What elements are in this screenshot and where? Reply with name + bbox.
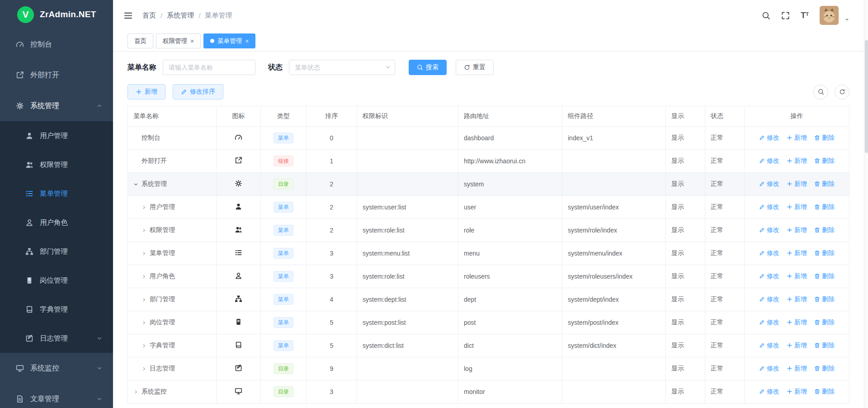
add-link[interactable]: 新增 [787,365,807,373]
chevron-right-icon[interactable] [142,274,150,279]
delete-link[interactable]: 删除 [814,295,835,304]
sidebar-item-gear[interactable]: 系统管理 [0,90,113,121]
chevron-right-icon[interactable] [142,343,150,348]
add-link[interactable]: 新增 [787,180,807,188]
tab-2[interactable]: 菜单管理× [203,33,255,48]
menu-name-input[interactable] [163,60,255,75]
component-cell [562,380,666,403]
delete-link[interactable]: 删除 [814,203,835,211]
add-link[interactable]: 新增 [787,134,807,142]
delete-link[interactable]: 删除 [814,342,835,350]
delete-link[interactable]: 删除 [814,134,835,142]
edit-link[interactable]: 修改 [759,249,779,257]
menu-name-cell: 日志管理 [128,357,217,380]
sidebar-item-article[interactable]: 文章管理 [0,384,113,408]
add-link[interactable]: 新增 [787,203,807,211]
column-header: 显示 [666,106,705,127]
chevron-right-icon[interactable] [142,366,150,371]
edit-link[interactable]: 修改 [759,365,779,373]
delete-link[interactable]: 删除 [814,249,835,257]
add-link[interactable]: 新增 [787,318,807,327]
sidebar-item-role-user[interactable]: 用户角色 [0,208,113,237]
fullscreen-icon[interactable] [781,11,790,20]
add-link[interactable]: 新增 [787,388,807,396]
sidebar-item-log[interactable]: 日志管理 [0,324,113,353]
sidebar-item-users[interactable]: 权限管理 [0,150,113,179]
perm-cell [357,380,458,403]
edit-link[interactable]: 修改 [759,318,779,327]
add-link[interactable]: 新增 [787,226,807,234]
table-search-button[interactable] [813,85,828,100]
tab-1[interactable]: 权限管理× [156,33,201,48]
add-link[interactable]: 新增 [787,342,807,350]
status-select[interactable] [289,60,395,75]
close-icon[interactable]: × [190,38,194,44]
icon-cell [217,357,261,380]
chevron-right-icon[interactable] [133,389,142,394]
reset-button[interactable]: 重置 [456,60,494,75]
sidebar-item-org-tree[interactable]: 部门管理 [0,237,113,266]
search-icon[interactable] [762,11,770,20]
edit-link[interactable]: 修改 [759,180,779,188]
delete-link[interactable]: 删除 [814,226,835,234]
edit-link[interactable]: 修改 [759,295,779,304]
add-button[interactable]: 新增 [127,84,165,100]
table-refresh-button[interactable] [835,85,849,100]
sidebar-item-menu-list[interactable]: 菜单管理 [0,179,113,208]
menu-fold-icon[interactable] [124,11,132,20]
chevron-down-icon[interactable] [133,182,142,187]
plus-icon [787,135,793,141]
add-link[interactable]: 新增 [787,272,807,280]
edit-link[interactable]: 修改 [759,342,779,350]
delete-link[interactable]: 删除 [814,157,835,165]
tab-0[interactable]: 首页 [127,33,153,48]
edit-link[interactable]: 修改 [759,388,779,396]
add-link[interactable]: 新增 [787,295,807,304]
edit-link[interactable]: 修改 [759,203,779,211]
sidebar-item-dashboard[interactable]: 控制台 [0,29,113,60]
sort-edit-button[interactable]: 修改排序 [173,84,223,100]
chevron-right-icon[interactable] [142,228,150,233]
add-link[interactable]: 新增 [787,157,807,165]
sidebar-item-external-link[interactable]: 外部打开 [0,60,113,90]
add-link[interactable]: 新增 [787,249,807,257]
caret-down-icon[interactable] [844,17,850,23]
edit-link[interactable]: 修改 [759,272,779,280]
menu-name: 用户角色 [150,272,175,280]
route-cell: dept [458,288,562,311]
edit-link[interactable]: 修改 [759,157,779,165]
chevron-right-icon[interactable] [142,320,150,325]
sidebar-item-user[interactable]: 用户管理 [0,121,113,150]
sort-cell: 5 [307,334,357,357]
chevron-right-icon[interactable] [142,297,150,302]
delete-link[interactable]: 删除 [814,318,835,327]
perm-cell: system:role:list [357,265,458,288]
name-cell-content: 菜单管理 [133,249,211,257]
name-cell-content: 部门管理 [133,295,211,304]
chevron-right-icon[interactable] [142,251,150,256]
edit-link[interactable]: 修改 [759,134,779,142]
chevron-right-icon[interactable] [142,205,150,210]
app-root: V ZrAdmin.NET 控制台外部打开系统管理用户管理权限管理菜单管理用户角… [0,0,868,408]
avatar[interactable] [820,6,839,25]
delete-link[interactable]: 删除 [814,365,835,373]
status-select-input[interactable] [289,60,395,75]
page-scrollbar[interactable] [864,0,868,408]
delete-link[interactable]: 删除 [814,180,835,188]
font-size-icon[interactable]: TT [801,11,809,19]
scrollbar-thumb[interactable] [865,40,868,153]
sidebar-item-monitor[interactable]: 系统监控 [0,353,113,384]
delete-link[interactable]: 删除 [814,388,835,396]
delete-link[interactable]: 删除 [814,272,835,280]
breadcrumb-item[interactable]: 首页 [142,11,156,20]
edit-link[interactable]: 修改 [759,226,779,234]
close-icon[interactable]: × [245,38,249,44]
ops-cell: 修改新增删除 [745,127,849,150]
search-button[interactable]: 搜索 [409,60,447,75]
sidebar-item-label: 字典管理 [40,305,102,314]
route-cell: post [458,311,562,334]
sidebar-item-badge[interactable]: 岗位管理 [0,266,113,295]
breadcrumb-item[interactable]: 系统管理 [167,11,194,20]
trash-icon [814,273,820,279]
sidebar-item-dict-book[interactable]: 字典管理 [0,295,113,324]
